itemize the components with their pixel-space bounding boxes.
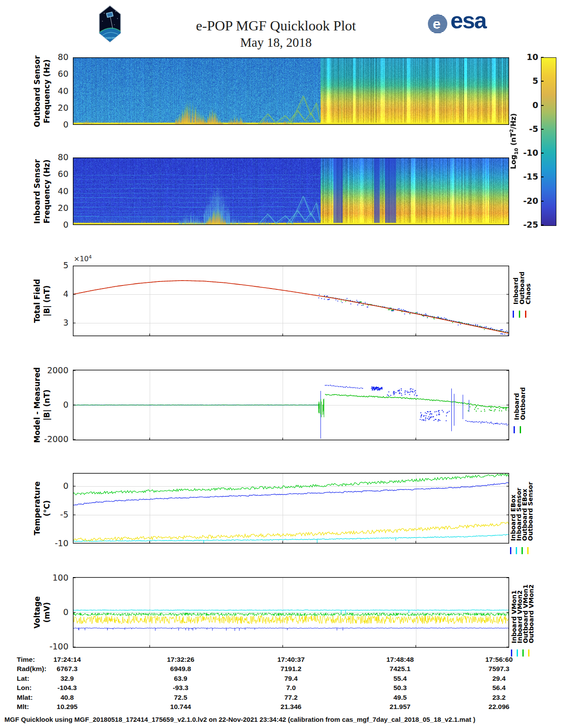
temperature-ylabel-line1: Temperature: [33, 481, 42, 535]
table-cell-r1-c4: 7597.3: [459, 665, 539, 673]
voltage-ylabel-line2: (mV): [42, 602, 51, 623]
legend-tick-temperature-3: [527, 547, 529, 554]
inboard-spectrogram-canvas: [73, 158, 509, 225]
colorbar-tick-label--5: -5: [518, 124, 538, 134]
table-cell-r2-c2: 79.4: [251, 675, 331, 683]
model-measured-ytick-2000: 2000: [43, 365, 68, 375]
table-cell-r0-c2: 17:40:37: [251, 656, 331, 664]
table-cell-r2-c4: 29.4: [459, 675, 539, 683]
model-measured-ylabel-line2: |B| (nT): [42, 390, 51, 421]
table-cell-r0-c1: 17:32:26: [141, 656, 220, 664]
total-field-ytick-5: 5: [43, 260, 68, 270]
table-cell-r5-c2: 21.346: [251, 703, 331, 711]
epop-mgf-quicklook-page: { "header": { "title": "e-POP MGF Quickl…: [0, 0, 563, 728]
colorbar-tick-mark: [541, 129, 544, 130]
colorbar-tick-label-5: 5: [518, 76, 538, 86]
colorbar-tick-mark: [541, 105, 544, 106]
table-cell-r4-c2: 77.2: [251, 694, 331, 702]
table-cell-r2-c1: 63.9: [141, 675, 220, 683]
colorbar-label: Log10 (nT2/Hz): [509, 113, 519, 169]
colorbar-tick-mark: [541, 225, 544, 225]
total-field-ylabel-line1: Total Field: [33, 279, 42, 323]
table-cell-r2-c0: 32.9: [27, 675, 107, 683]
table-cell-r1-c0: 6767.3: [27, 665, 107, 673]
model-measured-ylabel-line1: Model - Measured: [33, 367, 42, 443]
table-cell-r5-c1: 10.744: [141, 703, 220, 711]
temperature-canvas: [73, 473, 509, 544]
colorbar-tick-mark: [541, 153, 544, 154]
model-measured-ytick--2000: -2000: [43, 434, 68, 444]
legend-tick-total-field-0: [513, 311, 514, 318]
svg-text:e: e: [433, 16, 441, 32]
voltage-canvas: [73, 577, 509, 648]
table-cell-r4-c0: 40.8: [27, 694, 107, 702]
footer-caption: MGF Quicklook using MGF_20180518_172414_…: [4, 716, 475, 723]
header: CASSIOPE e-POP MGF Quicklook Plot May 18…: [0, 0, 563, 51]
table-cell-r5-c3: 21.957: [360, 703, 440, 711]
legend-tick-model-measured-0: [514, 426, 515, 433]
table-cell-r1-c1: 6949.8: [141, 665, 220, 673]
colorbar-tick-label--20: -20: [518, 196, 538, 206]
legend-tick-temperature-2: [521, 547, 523, 554]
table-cell-r2-c3: 55.4: [360, 675, 440, 683]
inboard-spectrogram-ylabel-line1: Inboard Sensor: [33, 159, 42, 223]
table-cell-r4-c3: 49.5: [360, 694, 440, 702]
legend-temperature-outboard-sensor: Outboard Sensor: [527, 482, 534, 541]
model-measured-canvas: [73, 370, 509, 440]
outboard-spectrogram-canvas: [73, 57, 509, 125]
table-cell-r3-c2: 7.0: [251, 684, 331, 692]
temperature-ytick-0: 0: [43, 481, 68, 491]
cassiope-wordmark: CASSIOPE: [104, 37, 116, 39]
table-cell-r0-c0: 17:24:14: [27, 656, 107, 664]
total-field-canvas: [73, 266, 509, 336]
legend-tick-total-field-1: [519, 311, 520, 318]
esa-globe-icon: e: [427, 14, 448, 34]
voltage-ytick--100: -100: [43, 642, 68, 651]
outboard-spectrogram-ylabel-line1: Outboard Sensor: [33, 55, 42, 127]
colorbar-tick-mark: [541, 81, 544, 82]
plot-title: e-POP MGF Quicklook Plot: [196, 18, 356, 34]
table-cell-r5-c4: 22.096: [459, 703, 539, 711]
esa-wordmark: esa: [450, 7, 486, 34]
inboard-spectrogram-ylabel-line2: Frequency (Hz): [42, 159, 51, 223]
temperature-ylabel-line2: (°C): [42, 500, 51, 517]
colorbar-tick-label-0: 0: [518, 100, 538, 110]
voltage-ylabel-line1: Voltage: [33, 596, 42, 628]
legend-voltage-outboard-vmon2: Outboard VMon2: [528, 584, 535, 643]
colorbar-tick-mark: [541, 57, 544, 58]
table-cell-r3-c3: 50.3: [360, 684, 440, 692]
temperature-ytick--10: -10: [43, 538, 68, 548]
table-cell-r3-c4: 56.4: [459, 684, 539, 692]
colorbar-tick-label--15: -15: [518, 172, 538, 181]
voltage-ytick-100: 100: [43, 573, 68, 582]
colorbar-tick-mark: [541, 201, 544, 202]
table-cell-r3-c0: -104.3: [27, 684, 107, 692]
esa-logo: e esa: [427, 12, 507, 35]
total-field-ytick-3: 3: [43, 318, 68, 327]
total-field-exponent-label: ×104: [74, 254, 92, 263]
legend-tick-temperature-0: [510, 547, 511, 554]
colorbar-tick-label--10: -10: [518, 148, 538, 158]
legend-tick-temperature-1: [516, 547, 517, 554]
total-field-ylabel-line2: |B| (nT): [42, 285, 51, 317]
cassiope-mission-patch-logo: CASSIOPE: [99, 5, 121, 42]
table-cell-r1-c2: 7191.2: [251, 665, 331, 673]
plot-date: May 18, 2018: [240, 35, 312, 50]
table-cell-r1-c3: 7425.1: [360, 665, 440, 673]
colorbar-tick-mark: [541, 176, 544, 177]
table-cell-r4-c4: 23.2: [459, 694, 539, 702]
colorbar-tick-label-10: 10: [518, 52, 538, 62]
table-cell-r0-c3: 17:48:48: [360, 656, 440, 664]
legend-tick-model-measured-1: [520, 426, 521, 433]
outboard-spectrogram-ylabel-line2: Frequency (Hz): [42, 59, 51, 123]
table-cell-r5-c0: 10.295: [27, 703, 107, 711]
table-cell-r4-c1: 72.5: [141, 694, 220, 702]
colorbar-tick-label--25: -25: [518, 220, 538, 229]
legend-model-measured-outboard: Outboard: [519, 387, 526, 420]
table-cell-r3-c1: -93.3: [141, 684, 220, 692]
table-cell-r0-c4: 17:56:60: [459, 656, 539, 664]
legend-tick-total-field-2: [525, 311, 526, 318]
legend-total-field-chaos: Chaos: [525, 283, 532, 304]
